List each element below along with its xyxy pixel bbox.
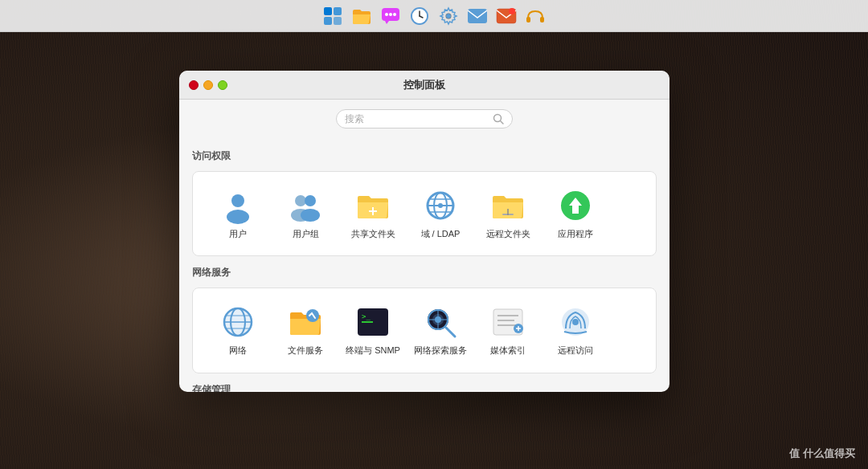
- dock-headphones-icon[interactable]: [524, 5, 547, 27]
- icon-application[interactable]: 应用程序: [543, 181, 608, 246]
- svg-point-24: [227, 210, 249, 224]
- svg-point-36: [438, 203, 443, 208]
- networksearch-label: 网络探索服务: [414, 345, 467, 356]
- network-icon: [220, 304, 256, 340]
- svg-point-27: [305, 195, 316, 206]
- usergroup-icon: [288, 188, 323, 223]
- icon-user[interactable]: 用户: [206, 181, 270, 246]
- svg-point-65: [572, 319, 579, 325]
- mediaindex-label: 媒体索引: [490, 345, 526, 356]
- section-storage: 存储管理 卷: [192, 383, 657, 392]
- dock-bar: [0, 0, 868, 32]
- user-icon: [220, 188, 256, 223]
- svg-marker-5: [385, 21, 389, 24]
- svg-line-55: [446, 328, 455, 336]
- section-access: 访问权限 用户: [192, 149, 657, 256]
- window-close-button[interactable]: [189, 80, 199, 90]
- search-icon: [493, 113, 504, 124]
- icon-usergroup[interactable]: 用户组: [273, 181, 338, 246]
- svg-line-22: [501, 121, 504, 124]
- dock-chat-icon[interactable]: [379, 5, 402, 27]
- access-icon-grid: 用户 用户组: [206, 181, 643, 246]
- svg-rect-15: [468, 9, 487, 23]
- icon-domain-ldap[interactable]: 域 / LDAP: [408, 181, 473, 246]
- network-icon-grid: 网络 文件服务: [206, 298, 643, 362]
- terminal-icon: >_: [355, 304, 391, 340]
- application-icon: [558, 188, 593, 223]
- control-panel-window: 控制面板 访问权限: [179, 71, 669, 392]
- dock-mail-icon[interactable]: [466, 5, 489, 27]
- svg-rect-1: [334, 7, 342, 15]
- network-label: 网络: [229, 345, 247, 356]
- icon-terminal[interactable]: >_ 终端与 SNMP: [341, 298, 405, 362]
- watermark: 值 什么值得买: [789, 447, 855, 461]
- remotefolder-label: 远程文件夹: [486, 228, 530, 239]
- search-input[interactable]: [345, 113, 488, 124]
- svg-point-28: [301, 209, 320, 222]
- application-label: 应用程序: [558, 228, 593, 239]
- icon-network-search[interactable]: 网络探索服务: [408, 298, 473, 362]
- dock-clock-icon[interactable]: [408, 5, 431, 27]
- window-controls: [189, 80, 227, 90]
- fileservice-label: 文件服务: [288, 345, 323, 356]
- svg-rect-2: [324, 17, 332, 25]
- sharedfolder-icon: [355, 188, 391, 223]
- svg-rect-20: [540, 17, 544, 22]
- user-label: 用户: [229, 228, 247, 239]
- fileservice-icon: [288, 304, 323, 340]
- domain-ldap-label: 域 / LDAP: [421, 228, 461, 239]
- icon-remote-access[interactable]: 远程访问: [543, 298, 608, 362]
- mediaindex-icon: [490, 304, 526, 340]
- section-access-title: 访问权限: [192, 149, 657, 163]
- dock-finder-icon[interactable]: [321, 5, 344, 27]
- icon-file-service[interactable]: 文件服务: [273, 298, 338, 362]
- svg-rect-19: [526, 17, 530, 22]
- remotefolder-icon: [490, 188, 526, 223]
- window-minimize-button[interactable]: [203, 80, 213, 90]
- icon-media-index[interactable]: 媒体索引: [476, 298, 540, 362]
- networksearch-icon: [423, 304, 458, 340]
- section-storage-title: 存储管理: [192, 383, 657, 392]
- icon-remote-folder[interactable]: 远程文件夹: [476, 181, 540, 246]
- terminal-label: 终端与 SNMP: [346, 345, 400, 356]
- svg-point-56: [435, 316, 441, 323]
- window-content: 访问权限 用户: [179, 100, 669, 392]
- svg-point-25: [295, 195, 306, 206]
- svg-rect-3: [334, 17, 342, 25]
- svg-point-7: [389, 13, 392, 16]
- svg-rect-0: [324, 7, 332, 15]
- svg-point-18: [509, 8, 515, 14]
- dock-settings-icon[interactable]: [437, 5, 460, 27]
- section-network-title: 网络服务: [192, 266, 657, 279]
- section-network: 网络服务: [192, 266, 657, 373]
- icon-shared-folder[interactable]: 共享文件夹: [341, 181, 405, 246]
- icon-network[interactable]: 网络: [206, 298, 270, 362]
- remoteaccess-label: 远程访问: [558, 345, 593, 356]
- section-network-body: 网络 文件服务: [192, 288, 657, 373]
- search-bar[interactable]: [336, 109, 513, 128]
- window-titlebar: 控制面板: [179, 71, 669, 100]
- domain-icon: [423, 188, 458, 223]
- dock-email2-icon[interactable]: [495, 5, 518, 27]
- svg-point-23: [231, 194, 244, 207]
- remoteaccess-icon: [558, 304, 593, 340]
- window-title: 控制面板: [403, 78, 445, 92]
- svg-text:>_: >_: [362, 312, 371, 320]
- svg-point-14: [446, 14, 451, 18]
- svg-point-8: [393, 13, 396, 16]
- window-resize-handle[interactable]: [660, 382, 669, 392]
- sharedfolder-label: 共享文件夹: [351, 228, 395, 239]
- usergroup-label: 用户组: [293, 228, 319, 239]
- window-maximize-button[interactable]: [218, 80, 227, 90]
- svg-point-6: [385, 13, 388, 16]
- dock-files-icon[interactable]: [350, 5, 373, 27]
- section-access-body: 用户 用户组: [192, 171, 657, 256]
